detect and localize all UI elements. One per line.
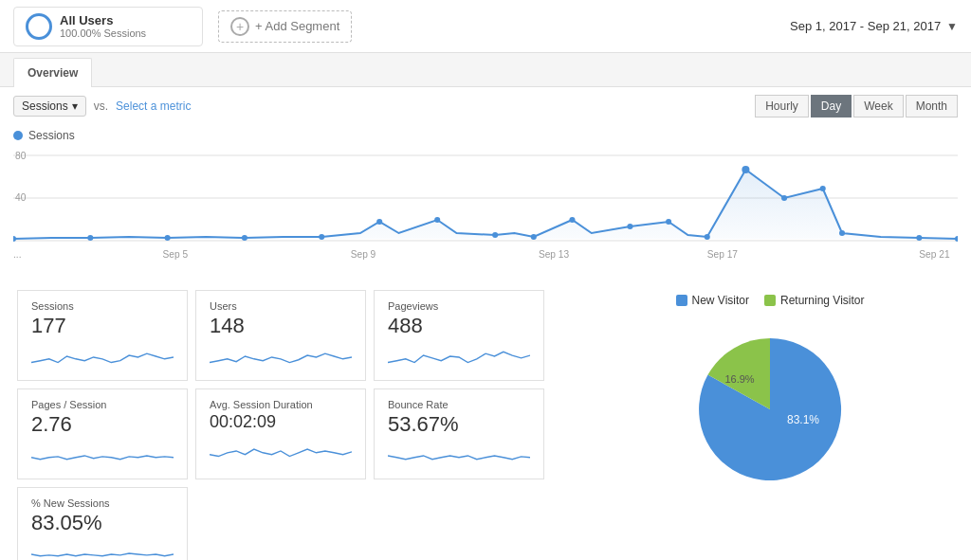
sessions-legend-dot [13,131,23,140]
date-range-picker[interactable]: Sep 1, 2017 - Sep 21, 2017 ▼ [790,19,958,33]
stat-value-users: 148 [210,314,352,338]
svg-text:Sep 21: Sep 21 [919,249,950,260]
mini-chart-pages-session [31,441,174,469]
svg-point-17 [705,234,710,240]
svg-text:Sep 9: Sep 9 [351,249,376,260]
time-btn-month[interactable]: Month [906,95,958,117]
new-visitor-legend-dot [676,295,687,306]
date-range-text: Sep 1, 2017 - Sep 21, 2017 [790,19,941,33]
time-btn-day[interactable]: Day [811,95,852,117]
pie-chart-svg: 83.1% 16.9% [675,315,865,485]
svg-point-22 [916,235,922,241]
stat-value-new-sessions: 83.05% [31,511,174,535]
pie-section: New Visitor Returning Visitor 83.1% [582,286,958,493]
stat-label-new-sessions: % New Sessions [31,497,174,509]
chart-legend: Sessions [13,125,958,146]
svg-text:80: 80 [15,151,27,161]
svg-point-15 [627,224,632,229]
svg-point-7 [165,235,171,241]
new-visitor-legend-label: New Visitor [692,294,749,307]
pie-legend-new-visitor: New Visitor [676,294,749,307]
svg-point-13 [531,234,537,240]
date-range-arrow-icon: ▼ [946,20,958,33]
svg-text:...: ... [13,249,21,260]
top-bar: All Users 100.00% Sessions + + Add Segme… [0,0,971,53]
stats-grid: Sessions 177 Users 148 Pageviews 488 Pag… [13,286,563,560]
all-users-text: All Users 100.00% Sessions [60,13,146,39]
returning-visitor-legend-label: Returning Visitor [780,294,865,307]
svg-point-8 [242,235,247,241]
time-btn-week[interactable]: Week [853,95,903,117]
tab-bar: Overview [0,53,971,87]
time-btn-hourly[interactable]: Hourly [755,95,809,117]
svg-text:Sep 5: Sep 5 [163,249,189,260]
svg-text:Sep 17: Sep 17 [707,249,739,260]
select-metric-link[interactable]: Select a metric [116,99,191,113]
new-visitor-pct-label: 83.1% [787,413,819,426]
mini-chart-avg-duration [210,436,352,464]
mini-chart-bounce-rate [388,441,530,469]
chart-svg-container: 80 40 [13,146,958,269]
add-segment-button[interactable]: + + Add Segment [218,10,352,43]
pie-legend: New Visitor Returning Visitor [676,294,865,307]
svg-text:40: 40 [15,192,27,203]
stat-label-avg-duration: Avg. Session Duration [210,399,352,410]
mini-chart-sessions [31,342,174,370]
stat-label-pages-session: Pages / Session [31,399,174,410]
mini-chart-new-sessions [31,539,174,560]
stat-label-users: Users [210,300,352,312]
all-users-sub: 100.00% Sessions [60,27,146,39]
vs-label: vs. [94,99,108,113]
svg-point-16 [666,219,671,225]
svg-point-11 [434,217,440,223]
stat-label-sessions: Sessions [31,300,174,312]
sessions-dropdown[interactable]: Sessions ▾ [13,96,86,117]
stat-label-pageviews: Pageviews [388,300,530,312]
stat-card-new-sessions: % New Sessions 83.05% [17,487,188,560]
svg-point-20 [820,186,826,191]
pie-legend-returning-visitor: Returning Visitor [764,294,865,307]
svg-point-18 [742,166,749,173]
svg-point-14 [569,217,575,223]
all-users-circle-icon [26,13,52,40]
stat-value-bounce-rate: 53.67% [388,412,530,437]
stat-card-bounce-rate: Bounce Rate 53.67% [374,388,544,479]
segment-area: All Users 100.00% Sessions + + Add Segme… [13,7,352,46]
stat-card-users: Users 148 [195,290,366,381]
stat-card-pageviews: Pageviews 488 [374,290,544,381]
time-buttons: Hourly Day Week Month [755,95,958,117]
stat-value-avg-duration: 00:02:09 [210,412,352,432]
stat-label-bounce-rate: Bounce Rate [388,399,530,410]
add-segment-icon: + [230,17,249,36]
stat-value-pageviews: 488 [388,314,530,338]
sessions-legend-label: Sessions [28,129,75,142]
returning-visitor-legend-dot [764,295,776,306]
svg-text:Sep 13: Sep 13 [539,249,570,260]
add-segment-label: + Add Segment [255,19,339,33]
svg-point-21 [839,230,845,236]
metric-selector: Sessions ▾ vs. Select a metric [13,96,191,117]
svg-point-10 [376,219,382,225]
stat-card-sessions: Sessions 177 [17,290,188,381]
svg-point-19 [781,195,787,201]
stat-card-pages-session: Pages / Session 2.76 [17,388,188,479]
mini-chart-pageviews [388,342,530,370]
all-users-badge[interactable]: All Users 100.00% Sessions [13,7,203,46]
stat-card-avg-duration: Avg. Session Duration 00:02:09 [195,388,366,479]
returning-visitor-pct-label: 16.9% [724,373,754,385]
stat-value-pages-session: 2.76 [31,412,174,437]
svg-point-9 [319,234,324,240]
line-chart-svg: 80 40 [13,146,958,260]
chart-area: Sessions 80 40 [0,125,971,286]
mini-chart-users [210,342,352,370]
stats-and-pie: Sessions 177 Users 148 Pageviews 488 Pag… [0,286,971,560]
chart-controls: Sessions ▾ vs. Select a metric Hourly Da… [0,87,971,125]
all-users-name: All Users [60,13,146,27]
tab-overview[interactable]: Overview [13,58,92,87]
dropdown-arrow-icon: ▾ [72,99,78,113]
stat-value-sessions: 177 [31,314,174,338]
svg-point-6 [87,235,93,241]
svg-point-12 [492,232,498,238]
